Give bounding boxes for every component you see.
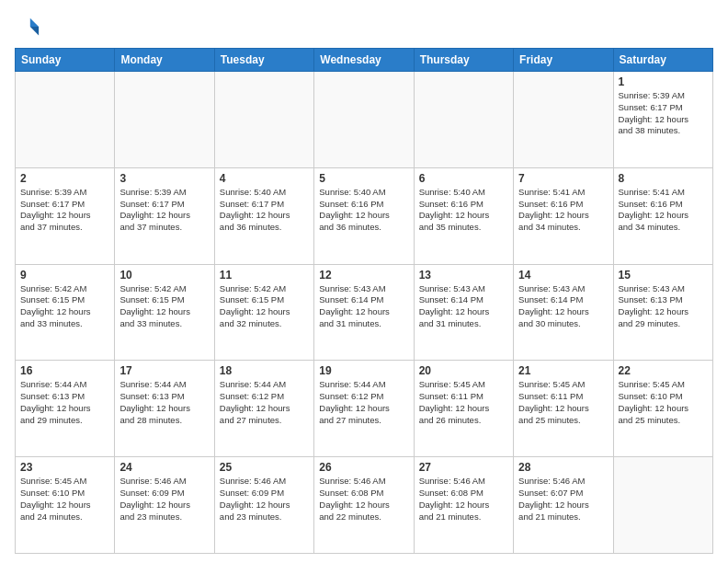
- calendar-cell: 28Sunrise: 5:46 AM Sunset: 6:07 PM Dayli…: [514, 457, 613, 554]
- day-number: 13: [419, 269, 508, 282]
- week-row: 1Sunrise: 5:39 AM Sunset: 6:17 PM Daylig…: [16, 72, 713, 168]
- day-info: Sunrise: 5:42 AM Sunset: 6:15 PM Dayligh…: [220, 283, 309, 330]
- day-info: Sunrise: 5:39 AM Sunset: 6:17 PM Dayligh…: [119, 187, 209, 234]
- day-of-week-header: Wednesday: [314, 49, 414, 72]
- calendar-cell: 6Sunrise: 5:40 AM Sunset: 6:16 PM Daylig…: [414, 167, 513, 264]
- day-number: 8: [619, 172, 708, 185]
- day-info: Sunrise: 5:43 AM Sunset: 6:14 PM Dayligh…: [319, 283, 408, 330]
- day-number: 6: [419, 172, 508, 185]
- calendar-cell: 8Sunrise: 5:41 AM Sunset: 6:16 PM Daylig…: [613, 167, 712, 264]
- calendar-cell: 15Sunrise: 5:43 AM Sunset: 6:13 PM Dayli…: [613, 264, 712, 361]
- day-info: Sunrise: 5:42 AM Sunset: 6:15 PM Dayligh…: [20, 283, 109, 330]
- week-row: 16Sunrise: 5:44 AM Sunset: 6:13 PM Dayli…: [16, 361, 713, 457]
- day-number: 16: [20, 364, 109, 377]
- calendar-cell: 22Sunrise: 5:45 AM Sunset: 6:10 PM Dayli…: [613, 361, 712, 457]
- day-info: Sunrise: 5:45 AM Sunset: 6:10 PM Dayligh…: [619, 379, 708, 426]
- day-number: 4: [220, 172, 309, 185]
- day-info: Sunrise: 5:43 AM Sunset: 6:14 PM Dayligh…: [419, 283, 508, 330]
- day-number: 14: [518, 269, 608, 282]
- calendar-cell: 19Sunrise: 5:44 AM Sunset: 6:12 PM Dayli…: [314, 361, 414, 457]
- day-info: Sunrise: 5:46 AM Sunset: 6:07 PM Dayligh…: [518, 476, 608, 523]
- calendar-cell: 12Sunrise: 5:43 AM Sunset: 6:14 PM Dayli…: [314, 264, 414, 361]
- day-number: 22: [619, 364, 708, 377]
- calendar-cell: 14Sunrise: 5:43 AM Sunset: 6:14 PM Dayli…: [514, 264, 613, 361]
- logo: [15, 15, 44, 40]
- day-number: 5: [319, 172, 408, 185]
- week-row: 9Sunrise: 5:42 AM Sunset: 6:15 PM Daylig…: [16, 264, 713, 361]
- calendar-cell: [514, 72, 613, 168]
- calendar-cell: [214, 72, 313, 168]
- day-info: Sunrise: 5:44 AM Sunset: 6:12 PM Dayligh…: [220, 379, 309, 426]
- svg-marker-1: [30, 27, 39, 35]
- day-of-week-header: Saturday: [613, 49, 712, 72]
- calendar-cell: 16Sunrise: 5:44 AM Sunset: 6:13 PM Dayli…: [16, 361, 115, 457]
- day-number: 1: [619, 75, 708, 88]
- calendar-cell: 18Sunrise: 5:44 AM Sunset: 6:12 PM Dayli…: [214, 361, 313, 457]
- day-number: 28: [518, 461, 608, 474]
- day-info: Sunrise: 5:46 AM Sunset: 6:09 PM Dayligh…: [220, 476, 309, 523]
- calendar-cell: [414, 72, 513, 168]
- day-number: 7: [518, 172, 608, 185]
- day-info: Sunrise: 5:46 AM Sunset: 6:09 PM Dayligh…: [119, 476, 209, 523]
- day-number: 2: [20, 172, 109, 185]
- calendar-table: SundayMondayTuesdayWednesdayThursdayFrid…: [15, 48, 713, 554]
- day-of-week-header: Tuesday: [214, 49, 313, 72]
- day-info: Sunrise: 5:39 AM Sunset: 6:17 PM Dayligh…: [20, 187, 109, 234]
- day-number: 10: [119, 269, 209, 282]
- day-info: Sunrise: 5:45 AM Sunset: 6:11 PM Dayligh…: [518, 379, 608, 426]
- calendar-cell: [16, 72, 115, 168]
- calendar-cell: [314, 72, 414, 168]
- calendar-cell: 27Sunrise: 5:46 AM Sunset: 6:08 PM Dayli…: [414, 457, 513, 554]
- calendar-cell: 26Sunrise: 5:46 AM Sunset: 6:08 PM Dayli…: [314, 457, 414, 554]
- calendar-cell: 21Sunrise: 5:45 AM Sunset: 6:11 PM Dayli…: [514, 361, 613, 457]
- calendar-cell: 4Sunrise: 5:40 AM Sunset: 6:17 PM Daylig…: [214, 167, 313, 264]
- day-number: 27: [419, 461, 508, 474]
- day-number: 21: [518, 364, 608, 377]
- calendar-cell: 10Sunrise: 5:42 AM Sunset: 6:15 PM Dayli…: [115, 264, 214, 361]
- calendar-cell: 25Sunrise: 5:46 AM Sunset: 6:09 PM Dayli…: [214, 457, 313, 554]
- calendar-cell: 20Sunrise: 5:45 AM Sunset: 6:11 PM Dayli…: [414, 361, 513, 457]
- day-info: Sunrise: 5:46 AM Sunset: 6:08 PM Dayligh…: [419, 476, 508, 523]
- day-info: Sunrise: 5:43 AM Sunset: 6:14 PM Dayligh…: [518, 283, 608, 330]
- day-number: 26: [319, 461, 408, 474]
- day-info: Sunrise: 5:41 AM Sunset: 6:16 PM Dayligh…: [619, 187, 708, 234]
- day-number: 24: [119, 461, 209, 474]
- day-info: Sunrise: 5:40 AM Sunset: 6:17 PM Dayligh…: [220, 187, 309, 234]
- day-info: Sunrise: 5:40 AM Sunset: 6:16 PM Dayligh…: [319, 187, 408, 234]
- day-info: Sunrise: 5:41 AM Sunset: 6:16 PM Dayligh…: [518, 187, 608, 234]
- calendar-cell: 7Sunrise: 5:41 AM Sunset: 6:16 PM Daylig…: [514, 167, 613, 264]
- day-info: Sunrise: 5:45 AM Sunset: 6:11 PM Dayligh…: [419, 379, 508, 426]
- day-number: 20: [419, 364, 508, 377]
- day-info: Sunrise: 5:40 AM Sunset: 6:16 PM Dayligh…: [419, 187, 508, 234]
- calendar-cell: 11Sunrise: 5:42 AM Sunset: 6:15 PM Dayli…: [214, 264, 313, 361]
- calendar-cell: 5Sunrise: 5:40 AM Sunset: 6:16 PM Daylig…: [314, 167, 414, 264]
- svg-marker-0: [30, 18, 39, 27]
- day-of-week-header: Sunday: [16, 49, 115, 72]
- day-number: 12: [319, 269, 408, 282]
- calendar-cell: 24Sunrise: 5:46 AM Sunset: 6:09 PM Dayli…: [115, 457, 214, 554]
- calendar-cell: 9Sunrise: 5:42 AM Sunset: 6:15 PM Daylig…: [16, 264, 115, 361]
- day-number: 18: [220, 364, 309, 377]
- calendar-cell: 2Sunrise: 5:39 AM Sunset: 6:17 PM Daylig…: [16, 167, 115, 264]
- day-number: 15: [619, 269, 708, 282]
- day-info: Sunrise: 5:43 AM Sunset: 6:13 PM Dayligh…: [619, 283, 708, 330]
- calendar-cell: 13Sunrise: 5:43 AM Sunset: 6:14 PM Dayli…: [414, 264, 513, 361]
- day-number: 11: [220, 269, 309, 282]
- day-of-week-header: Monday: [115, 49, 214, 72]
- days-header-row: SundayMondayTuesdayWednesdayThursdayFrid…: [16, 49, 713, 72]
- day-info: Sunrise: 5:45 AM Sunset: 6:10 PM Dayligh…: [20, 476, 109, 523]
- day-number: 25: [220, 461, 309, 474]
- calendar-cell: 1Sunrise: 5:39 AM Sunset: 6:17 PM Daylig…: [613, 72, 712, 168]
- calendar-cell: 3Sunrise: 5:39 AM Sunset: 6:17 PM Daylig…: [115, 167, 214, 264]
- day-of-week-header: Friday: [514, 49, 613, 72]
- calendar-cell: [115, 72, 214, 168]
- day-info: Sunrise: 5:39 AM Sunset: 6:17 PM Dayligh…: [619, 90, 708, 137]
- calendar-cell: 17Sunrise: 5:44 AM Sunset: 6:13 PM Dayli…: [115, 361, 214, 457]
- day-info: Sunrise: 5:44 AM Sunset: 6:12 PM Dayligh…: [319, 379, 408, 426]
- day-number: 23: [20, 461, 109, 474]
- day-info: Sunrise: 5:42 AM Sunset: 6:15 PM Dayligh…: [119, 283, 209, 330]
- day-info: Sunrise: 5:44 AM Sunset: 6:13 PM Dayligh…: [119, 379, 209, 426]
- page: SundayMondayTuesdayWednesdayThursdayFrid…: [0, 0, 728, 563]
- logo-icon: [15, 15, 40, 40]
- week-row: 23Sunrise: 5:45 AM Sunset: 6:10 PM Dayli…: [16, 457, 713, 554]
